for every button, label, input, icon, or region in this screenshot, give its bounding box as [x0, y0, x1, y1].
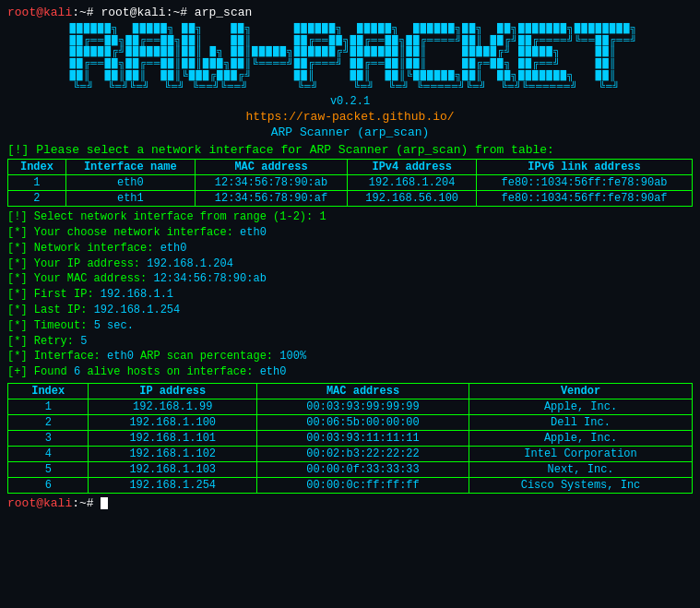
- status-line-11: [+] Found 6 alive hosts on interface: et…: [7, 364, 693, 380]
- results-col-index: Index: [8, 383, 89, 399]
- select-interface-prompt: [!] Please select a network interface fo…: [7, 143, 693, 157]
- interfaces-table-wrapper: Index Interface name MAC address IPv4 ad…: [7, 159, 693, 207]
- table-row: 5192.168.1.10300:00:0f:33:33:33Next, Inc…: [8, 461, 693, 477]
- interfaces-table: Index Interface name MAC address IPv4 ad…: [7, 159, 693, 207]
- status-line-4: [*] Your IP address: 192.168.1.204: [7, 256, 693, 272]
- status-line-10: [*] Interface: eth0 ARP scan percentage:…: [7, 349, 693, 364]
- select-interface-text: [!] Please select a network interface fo…: [7, 143, 554, 157]
- interfaces-col-ipv6: IPv6 link address: [477, 160, 693, 175]
- results-table-header-row: Index IP address MAC address Vendor: [8, 383, 693, 399]
- status-line-5: [*] Your MAC address: 12:34:56:78:90:ab: [7, 271, 693, 287]
- status-line-9: [*] Retry: 5: [7, 334, 693, 350]
- interfaces-table-header-row: Index Interface name MAC address IPv4 ad…: [8, 160, 693, 175]
- url-line: https://raw-packet.github.io/: [7, 110, 693, 124]
- bottom-prompt-user: root@kali: [7, 496, 72, 510]
- prompt-user: root@kali: [7, 6, 72, 19]
- status-lines: [!] Select network interface from range …: [7, 209, 693, 380]
- scanner-title-text: ARP Scanner (arp_scan): [271, 125, 430, 139]
- table-row: 2192.168.1.10000:06:5b:00:00:00Dell Inc.: [8, 414, 693, 430]
- url-text: https://raw-packet.github.io/: [245, 110, 454, 124]
- results-col-mac: MAC address: [257, 383, 469, 399]
- results-col-vendor: Vendor: [469, 383, 693, 399]
- logo-ascii: ██████╗ █████╗ ██╗ ██╗ ██████╗ █████╗ ██…: [63, 23, 637, 93]
- interfaces-col-index: Index: [8, 160, 66, 175]
- results-table: Index IP address MAC address Vendor 1192…: [7, 383, 693, 494]
- interfaces-col-ipv4: IPv4 address: [348, 160, 477, 175]
- status-line-2: [*] Your choose network interface: eth0: [7, 225, 693, 241]
- scanner-title: ARP Scanner (arp_scan): [7, 125, 693, 139]
- prompt-command: root@kali:~# arp_scan: [101, 6, 252, 19]
- table-row: 1eth012:34:56:78:90:ab192.168.1.204fe80:…: [8, 175, 693, 191]
- status-line-1: [!] Select network interface from range …: [7, 209, 693, 225]
- status-line-3: [*] Network interface: eth0: [7, 241, 693, 256]
- status-line-7: [*] Last IP: 192.168.1.254: [7, 303, 693, 318]
- table-row: 1192.168.1.9900:03:93:99:99:99Apple, Inc…: [8, 399, 693, 414]
- top-prompt: root@kali:~# root@kali:~# arp_scan: [7, 6, 693, 19]
- cursor: [101, 497, 108, 509]
- prompt-path: ~: [79, 6, 87, 19]
- table-row: 3192.168.1.10100:03:93:11:11:11Apple, In…: [8, 430, 693, 446]
- status-line-6: [*] First IP: 192.168.1.1: [7, 287, 693, 303]
- results-table-wrapper: Index IP address MAC address Vendor 1192…: [7, 383, 693, 494]
- version-text: v0.2.1: [7, 95, 693, 108]
- results-col-ip: IP address: [89, 383, 257, 399]
- bottom-prompt: root@kali:~#: [7, 496, 693, 510]
- bottom-prompt-path: ~: [79, 496, 87, 510]
- interfaces-col-mac: MAC address: [195, 160, 347, 175]
- logo-container: ██████╗ █████╗ ██╗ ██╗ ██████╗ █████╗ ██…: [7, 23, 693, 93]
- interfaces-col-name: Interface name: [65, 160, 195, 175]
- status-line-8: [*] Timeout: 5 sec.: [7, 318, 693, 334]
- table-row: 2eth112:34:56:78:90:af192.168.56.100fe80…: [8, 191, 693, 207]
- table-row: 4192.168.1.10200:02:b3:22:22:22Intel Cor…: [8, 446, 693, 461]
- table-row: 6192.168.1.25400:00:0c:ff:ff:ffCisco Sys…: [8, 477, 693, 493]
- terminal-window: root@kali:~# root@kali:~# arp_scan █████…: [0, 0, 700, 608]
